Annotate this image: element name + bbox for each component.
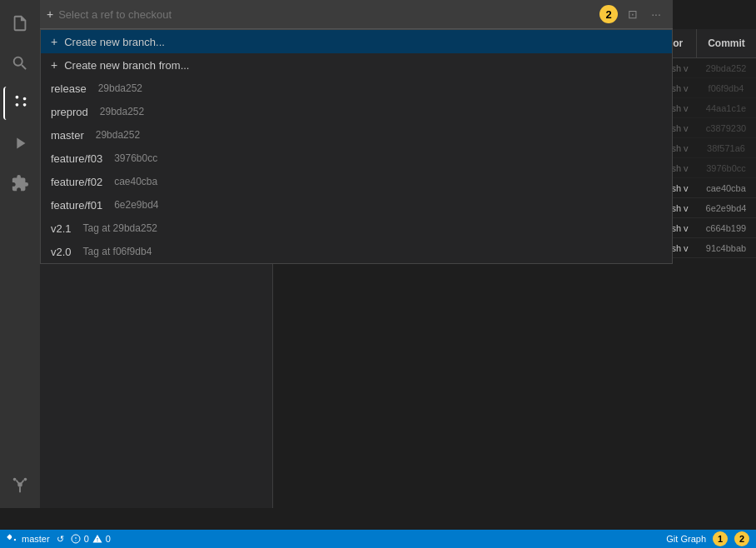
svg-point-30 xyxy=(75,541,76,541)
svg-line-4 xyxy=(21,481,24,485)
v2-1-hash: Tag at 29bda252 xyxy=(83,222,157,234)
feature-f03-label: feature/f03 xyxy=(51,152,102,165)
preprod-item[interactable]: preprod 29bda252 xyxy=(41,100,672,123)
feature-f02-label: feature/f02 xyxy=(51,176,102,188)
feature-f01-label: feature/f01 xyxy=(51,199,102,212)
v2-1-item[interactable]: v2.1 Tag at 29bda252 xyxy=(41,217,672,240)
git-graph-status[interactable]: Git Graph xyxy=(666,534,706,544)
commit-cell: 29bda252 xyxy=(696,63,756,73)
branch-status-icon xyxy=(7,533,18,545)
search-icon[interactable] xyxy=(3,47,37,80)
plus-from-icon: + xyxy=(51,58,57,72)
error-count: 0 xyxy=(84,534,89,544)
split-editor-icon[interactable]: ⊡ xyxy=(623,4,643,24)
git-graph-label: Git Graph xyxy=(666,534,706,544)
feature-f02-hash: cae40cba xyxy=(114,176,157,187)
create-branch-from-item[interactable]: + Create new branch from... xyxy=(41,53,672,77)
status-right: Git Graph 1 2 xyxy=(666,531,749,546)
extensions-icon[interactable] xyxy=(3,167,37,200)
git-graph-icon[interactable] xyxy=(3,468,37,501)
feature-f01-hash: 6e2e9bd4 xyxy=(114,199,158,211)
status-bar: master ↺ 0 0 Git Graph 1 2 xyxy=(0,530,756,548)
plus-icon: + xyxy=(51,35,57,48)
files-icon[interactable] xyxy=(3,7,37,40)
branch-status[interactable]: master xyxy=(7,533,50,545)
v2-1-label: v2.1 xyxy=(51,222,72,235)
release-label: release xyxy=(51,82,87,95)
preprod-hash: 29bda252 xyxy=(100,106,144,117)
notification-badge-1: 1 xyxy=(713,531,728,546)
create-branch-label: Create new branch... xyxy=(64,36,165,48)
create-branch-from-label: Create new branch from... xyxy=(64,59,189,72)
commit-cell: 6e2e9bd4 xyxy=(696,203,756,213)
preprod-label: preprod xyxy=(51,106,88,118)
commit-cell: c3879230 xyxy=(696,123,756,133)
errors-status[interactable]: 0 0 xyxy=(71,534,111,544)
run-icon[interactable] xyxy=(3,127,37,160)
ref-search-input[interactable] xyxy=(58,8,594,21)
warning-icon xyxy=(92,534,102,544)
feature-f03-hash: 3976b0cc xyxy=(114,152,157,164)
svg-point-2 xyxy=(24,478,27,481)
ref-dropdown: + 2 ⊡ ··· + Create new branch... + Creat… xyxy=(40,0,673,264)
feature-f03-item[interactable]: feature/f03 3976b0cc xyxy=(41,147,672,170)
commit-column-header: Commit xyxy=(696,29,756,57)
sync-status[interactable]: ↺ xyxy=(57,534,64,545)
notification-badge-2: 2 xyxy=(734,531,749,546)
branch-name-status: master xyxy=(22,534,50,544)
v2-0-label: v2.0 xyxy=(51,246,72,258)
warning-count: 0 xyxy=(106,534,111,544)
activity-bar xyxy=(0,0,40,508)
master-hash: 29bda252 xyxy=(96,129,140,141)
badge-number: 2 xyxy=(599,5,618,23)
feature-f01-item[interactable]: feature/f01 6e2e9bd4 xyxy=(41,193,672,217)
master-label: master xyxy=(51,129,84,142)
v2-0-hash: Tag at f06f9db4 xyxy=(83,246,152,257)
commit-cell: c664b199 xyxy=(696,223,756,233)
release-item[interactable]: release 29bda252 xyxy=(41,77,672,100)
commit-cell: f06f9db4 xyxy=(696,83,756,93)
commit-cell: cae40cba xyxy=(696,183,756,193)
feature-f02-item[interactable]: feature/f02 cae40cba xyxy=(41,170,672,193)
dropdown-list: + Create new branch... + Create new bran… xyxy=(40,29,673,264)
source-control-icon[interactable] xyxy=(3,87,37,120)
commit-cell: 91c4bbab xyxy=(696,243,756,253)
more-actions-icon[interactable]: ··· xyxy=(646,4,666,24)
svg-line-3 xyxy=(16,481,19,485)
commit-cell: 38f571a6 xyxy=(696,143,756,153)
commit-cell: 44aa1c1e xyxy=(696,103,756,113)
dropdown-search-bar: + 2 ⊡ ··· xyxy=(40,0,673,29)
error-icon xyxy=(71,534,81,544)
release-hash: 29bda252 xyxy=(98,82,142,94)
plus-search-icon: + xyxy=(47,7,53,21)
commit-cell: 3976b0cc xyxy=(696,163,756,173)
sync-icon: ↺ xyxy=(57,534,64,545)
master-item[interactable]: master 29bda252 xyxy=(41,123,672,147)
create-branch-item[interactable]: + Create new branch... xyxy=(41,30,672,53)
v2-0-item[interactable]: v2.0 Tag at f06f9db4 xyxy=(41,240,672,263)
svg-point-1 xyxy=(13,478,17,481)
